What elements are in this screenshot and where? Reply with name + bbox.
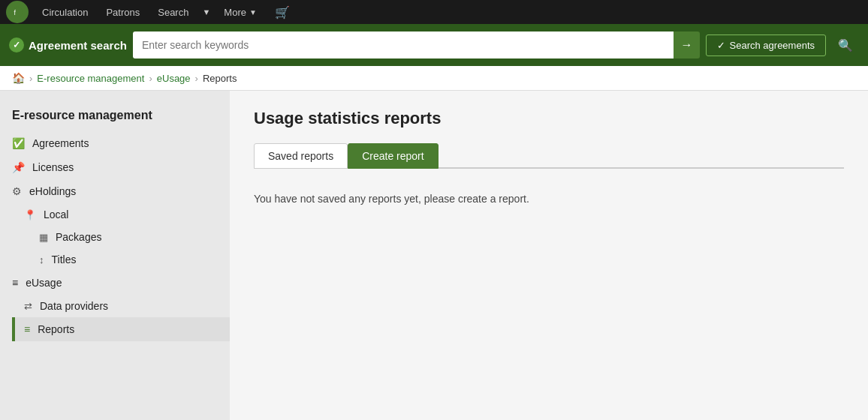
licenses-icon: 📌 — [12, 161, 25, 173]
sidebar-label-reports: Reports — [38, 323, 74, 335]
search-input[interactable] — [133, 32, 674, 58]
empty-state-message: You have not saved any reports yet, plea… — [254, 184, 844, 214]
sidebar-heading: E-resource management — [0, 103, 230, 131]
search-input-wrapper: → — [133, 32, 700, 58]
tabs-bar: Saved reports Create report — [254, 143, 844, 169]
folio-logo[interactable]: f — [6, 1, 29, 23]
sidebar-subgroup-local: ▦ Packages ↕ Titles — [12, 226, 230, 271]
home-icon[interactable]: 🏠 — [12, 72, 25, 84]
sidebar-item-data-providers[interactable]: ⇄ Data providers — [12, 295, 230, 317]
sidebar-label-data-providers: Data providers — [40, 300, 108, 312]
sidebar-label-eusage: eUsage — [26, 277, 62, 289]
sidebar-item-licenses[interactable]: 📌 Licenses — [0, 155, 230, 179]
search-submit-button[interactable]: → — [674, 32, 699, 58]
eholdings-icon: ⚙ — [12, 185, 22, 197]
breadcrumb-current: Reports — [203, 73, 237, 84]
nav-more[interactable]: More ▼ — [215, 0, 266, 24]
eusage-icon: ≡ — [12, 277, 18, 289]
top-navigation: f Circulation Patrons Search ▼ More ▼ 🛒 — [0, 0, 868, 24]
tab-saved-reports[interactable]: Saved reports — [254, 143, 348, 169]
sidebar-subgroup-eholdings: 📍 Local ▦ Packages ↕ Titles — [0, 203, 230, 271]
agreements-icon: ✅ — [12, 137, 25, 149]
breadcrumb: 🏠 › E-resource management › eUsage › Rep… — [0, 66, 868, 91]
titles-icon: ↕ — [39, 254, 44, 266]
breadcrumb-eusage[interactable]: eUsage — [157, 73, 191, 84]
cart-icon[interactable]: 🛒 — [266, 0, 299, 24]
sidebar-label-licenses: Licenses — [32, 161, 74, 173]
search-bar: ✓ Agreement search → ✓ Search agreements… — [0, 24, 868, 66]
check-icon: ✓ — [717, 40, 725, 51]
sidebar-label-agreements: Agreements — [32, 137, 89, 149]
nav-search-dropdown[interactable]: ▼ — [197, 0, 215, 24]
main-layout: E-resource management ✅ Agreements 📌 Lic… — [0, 91, 868, 420]
breadcrumb-sep-2: › — [149, 73, 152, 84]
check-circle-icon: ✓ — [9, 38, 24, 52]
sidebar-item-eusage[interactable]: ≡ eUsage — [0, 271, 230, 295]
breadcrumb-sep-3: › — [195, 73, 198, 84]
main-content: Usage statistics reports Saved reports C… — [230, 91, 868, 420]
sidebar-item-packages[interactable]: ▦ Packages — [27, 226, 230, 248]
more-arrow-icon: ▼ — [249, 8, 257, 16]
breadcrumb-eresource[interactable]: E-resource management — [37, 73, 144, 84]
sidebar-item-eholdings[interactable]: ⚙ eHoldings — [0, 179, 230, 203]
sidebar-label-eholdings: eHoldings — [29, 185, 76, 197]
local-icon: 📍 — [24, 209, 36, 220]
search-extra-button[interactable]: 🔍 — [832, 34, 859, 57]
sidebar-subgroup-eusage: ⇄ Data providers ≡ Reports — [0, 295, 230, 341]
reports-icon: ≡ — [24, 323, 30, 335]
sidebar-item-local[interactable]: 📍 Local — [12, 203, 230, 226]
tab-create-report[interactable]: Create report — [348, 143, 438, 169]
nav-search[interactable]: Search — [149, 0, 197, 24]
nav-circulation[interactable]: Circulation — [33, 0, 97, 24]
breadcrumb-sep-1: › — [29, 73, 32, 84]
sidebar: E-resource management ✅ Agreements 📌 Lic… — [0, 91, 230, 420]
data-providers-icon: ⇄ — [24, 301, 32, 312]
sidebar-label-packages: Packages — [56, 231, 101, 243]
sidebar-item-agreements[interactable]: ✅ Agreements — [0, 131, 230, 155]
sidebar-label-titles: Titles — [52, 254, 77, 266]
nav-patrons[interactable]: Patrons — [97, 0, 149, 24]
sidebar-item-reports[interactable]: ≡ Reports — [12, 317, 230, 341]
sidebar-item-titles[interactable]: ↕ Titles — [27, 248, 230, 271]
sidebar-label-local: Local — [44, 208, 68, 220]
search-agreements-button[interactable]: ✓ Search agreements — [706, 34, 826, 56]
page-title: Usage statistics reports — [254, 109, 844, 128]
search-bar-label: ✓ Agreement search — [9, 38, 127, 52]
packages-icon: ▦ — [39, 232, 48, 243]
